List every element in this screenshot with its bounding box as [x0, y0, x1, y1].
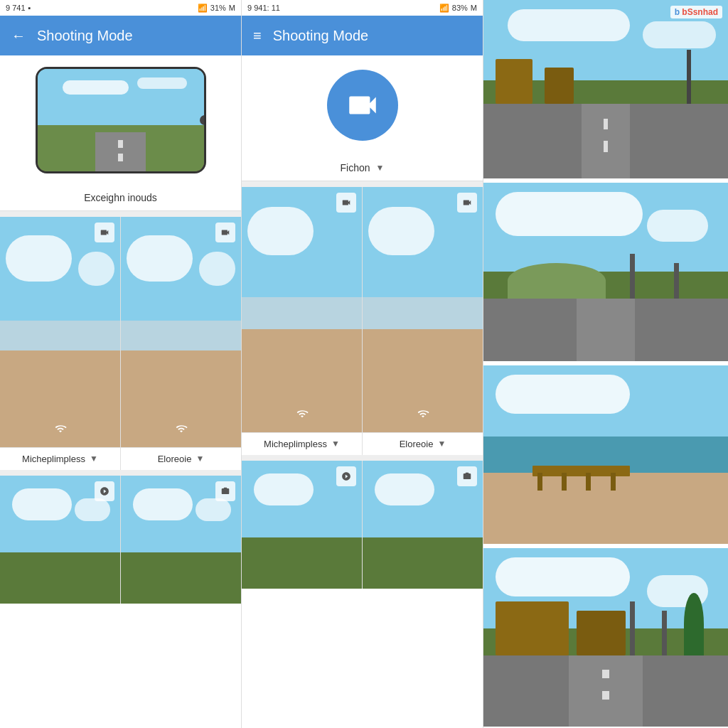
battery-mid: M [471, 4, 477, 12]
main-container: 9 741 ▪ 📶 31% M ← Shooting Mode [0, 0, 728, 728]
svg-rect-3 [466, 472, 469, 473]
camera-icon-right [215, 223, 235, 242]
mid-beach-scene-l [242, 187, 362, 432]
dropdown-arrow-br[interactable]: ▼ [196, 454, 204, 464]
road-marking2 [604, 141, 609, 152]
beach-label-right-text: Eloreoie [158, 454, 192, 464]
dropdown-arrow-bl[interactable]: ▼ [90, 454, 98, 464]
road-mark-bot1 [602, 670, 609, 678]
watermark: b bSsnhad [670, 6, 722, 18]
pole-mid [630, 254, 635, 299]
watermark-b: b [675, 7, 680, 17]
building-bot2 [577, 611, 626, 655]
mid-bottom-right [362, 461, 483, 589]
cloud1 [63, 80, 129, 95]
mid-beach-right [362, 187, 483, 432]
road-scene-mid [483, 183, 728, 361]
building-l2 [545, 68, 574, 103]
middle-panel: 9 941: 11 📶 83% M ≡ Shooting Mode Fichon [242, 0, 483, 728]
cloud-bot-l1 [12, 488, 73, 520]
pole-bot1 [630, 601, 635, 655]
mid-beach-grid: Micheplimpless ▼ Eloreoie ▼ [242, 187, 483, 455]
road-mark-bot2 [602, 691, 609, 700]
road-bot [569, 655, 642, 727]
menu-button[interactable]: ≡ [253, 28, 262, 44]
time-left: 9 741 [6, 4, 26, 12]
cloud-r-mid2 [647, 210, 708, 242]
mid-dropdown-r[interactable]: ▼ [437, 439, 446, 449]
cloud2 [137, 77, 187, 89]
beach-image-right [120, 217, 241, 447]
cloud-beach-l1 [6, 235, 72, 282]
beach-label-left: Micheplimpless ▼ [0, 447, 120, 470]
phone-mockup-area [0, 55, 241, 185]
pier-leg2 [562, 473, 567, 491]
video-icon-area [242, 55, 483, 155]
cloud-r-mid1 [496, 192, 642, 237]
road [95, 132, 145, 171]
beach-grid-section: Micheplimpless ▼ Eloreoie ▼ [0, 217, 241, 470]
back-button[interactable]: ← [11, 28, 26, 44]
cloud-beach-r2 [199, 252, 235, 287]
cloud-r-top2 [643, 21, 716, 48]
bottom-img-right [120, 476, 241, 604]
tree-bot [684, 593, 704, 655]
wifi-mid-r [416, 405, 430, 424]
phone-home-button[interactable] [200, 115, 206, 125]
cloud-mid-l1 [247, 207, 314, 256]
cloud-r-top1 [508, 9, 630, 41]
pier [532, 466, 631, 476]
mid-dropdown-l[interactable]: ▼ [331, 439, 340, 449]
ground [38, 125, 204, 171]
pier-leg4 [611, 473, 616, 491]
mid-label-right-text: Eloreoie [400, 439, 434, 449]
cloud-bot-l2 [75, 498, 111, 521]
svg-rect-1 [224, 487, 228, 488]
beach-label-right: Eloreoie ▼ [120, 447, 241, 470]
right-img-top [483, 0, 728, 180]
pier-leg1 [537, 473, 542, 491]
road-mid [577, 299, 636, 361]
cloud-beach-rp1 [496, 375, 630, 414]
phone-label-row: Exceighn inouds [0, 185, 241, 211]
beach-labels: Micheplimpless ▼ Eloreoie ▼ [0, 447, 241, 470]
mid-bottom-left [242, 461, 362, 589]
video-circle[interactable] [327, 70, 398, 141]
right-img-bottom [483, 548, 728, 728]
svg-rect-2 [464, 473, 471, 478]
cloud-bot-r2 [196, 498, 232, 521]
app-header-mid: ≡ Shooting Mode [242, 16, 483, 55]
wifi-icon-beach-right [174, 420, 188, 439]
battery-left: M [229, 4, 235, 12]
beach-scene-right-panel [483, 365, 728, 544]
mid-label-right: Eloreoie ▼ [362, 432, 483, 455]
road-scene-top [483, 0, 728, 178]
mid-beach-scene-r [363, 187, 483, 432]
cloud-mid-bot-r [375, 473, 435, 505]
road-marking [604, 119, 609, 130]
mid-beach-images [242, 187, 483, 432]
status-bar-left: 9 741 ▪ 📶 31% M [0, 0, 241, 16]
right-img-beach [483, 365, 728, 545]
wifi-mid: 📶 [439, 4, 449, 13]
road-line2 [118, 154, 123, 161]
cloud-mid-r1 [368, 207, 434, 256]
mid-bottom-grid [242, 461, 483, 729]
camera-icon-left [95, 223, 114, 242]
mid-divider1 [242, 181, 483, 187]
video-label: Fichon [341, 162, 370, 173]
cloud-bot-r1 [133, 488, 193, 520]
wifi-icon-beach-left [53, 420, 68, 439]
battery-icon-left: ▪ [28, 4, 31, 12]
bottom-img-left [0, 476, 120, 604]
right-img-mid [483, 183, 728, 363]
beach-scene-left [0, 217, 120, 447]
camera-icon-bot-right [215, 481, 235, 501]
page-title-mid: Shooting Mode [273, 28, 369, 44]
dropdown-arrow-video[interactable]: ▼ [376, 163, 385, 173]
road-line [118, 140, 123, 148]
road-right [582, 104, 631, 178]
app-header-left: ← Shooting Mode [0, 16, 241, 55]
building-l [496, 59, 532, 104]
cloud-beach-r1 [127, 235, 193, 282]
